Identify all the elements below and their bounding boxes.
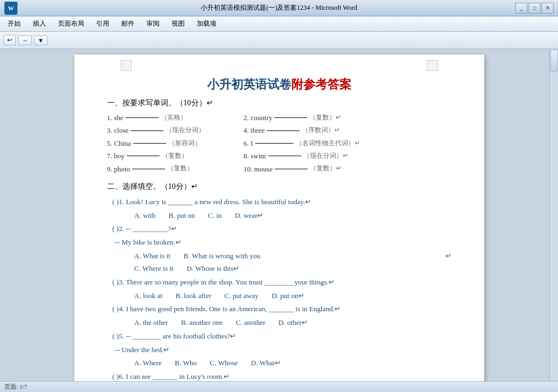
vocab-blank-2 <box>274 117 307 118</box>
q1-num: ( )1. Look! Lucy is _______ a new red dr… <box>113 198 312 206</box>
vocab-note-4: （序数词）↵ <box>302 124 340 136</box>
q2-options-row1: A. What is it B. What is wrong with you … <box>134 250 451 262</box>
q5-opt-c: C. Whose <box>210 357 238 369</box>
q3-opt-a: A. look at <box>134 289 163 302</box>
q2-spacer <box>273 250 432 262</box>
question-1: ( )1. Look! Lucy is _______ a new red dr… <box>113 195 451 209</box>
q5-options: A. Where B. Who C. Whose D. What↵ <box>134 357 451 369</box>
restore-button[interactable]: □ <box>528 3 541 14</box>
vocab-blank-8 <box>268 156 301 156</box>
vocab-num-3: 3. close <box>107 124 129 136</box>
vocab-item-6: 6. I （名词性物主代词）↵ <box>244 137 364 150</box>
vocab-num-7: 7. boy <box>107 150 125 162</box>
menu-review[interactable]: 审阅 <box>141 18 165 29</box>
vocab-item-8: 8. swim （现在分词）↵ <box>244 150 364 162</box>
toolbar-dropdown[interactable]: ▼ <box>34 35 48 45</box>
q3-text: ( )3. There are so many people in the sh… <box>113 278 335 286</box>
vocab-num-6: 6. I <box>244 137 253 150</box>
vocab-item-4: 4. three （序数词）↵ <box>244 124 364 136</box>
vocab-item-1: 1. she （宾格） <box>107 111 227 124</box>
vocab-blank-3 <box>131 130 163 131</box>
doc-title-area: 小升初英语试卷附参考答案 <box>107 76 451 93</box>
question-3: ( )3. There are so many people in the sh… <box>113 275 451 289</box>
question-4: ( )4. I have two good pen friends. One i… <box>113 302 451 316</box>
q2-text: ( )2. -- __________?↵ <box>113 224 178 233</box>
menu-start[interactable]: 开始 <box>2 18 26 29</box>
menu-mail[interactable]: 邮件 <box>116 18 140 29</box>
vocab-row-3: 5. China （形容词） 6. I （名词性物主代词）↵ <box>107 137 451 150</box>
vocab-row-4: 7. boy （复数） 8. swim （现在分词）↵ <box>107 150 451 162</box>
vocab-note-9: （复数） <box>167 163 193 175</box>
q1-opt-a: A. with <box>134 209 156 222</box>
q3-opt-d: D. put on↵ <box>272 289 304 302</box>
vocab-item-10: 10. mouse （复数）↵ <box>244 163 364 175</box>
question-5: ( )5. -- ________ are his football cloth… <box>113 329 451 343</box>
q2-opt-c: C. Where is it <box>134 262 174 275</box>
q1-options: A. with B. put on C. in D. wear↵ <box>134 209 451 222</box>
q2-subtext: -- My bike is broken.↵ <box>115 236 451 250</box>
q2-opt-b: B. What is wrong with you <box>184 250 261 262</box>
q4-opt-c: C. another <box>236 316 265 329</box>
vocab-note-8: （现在分词）↵ <box>303 150 348 162</box>
doc-title-red: 附参考答案 <box>291 78 351 91</box>
vocab-note-6: （名词性物主代词）↵ <box>296 138 360 150</box>
vocab-item-9: 9. photo （复数） <box>107 163 227 175</box>
question-2: ( )2. -- __________?↵ <box>113 222 451 236</box>
q1-opt-d: D. wear↵ <box>235 209 263 222</box>
menu-view[interactable]: 视图 <box>166 18 190 29</box>
vocab-num-1: 1. she <box>107 111 124 124</box>
q4-opt-d: D. other↵ <box>279 316 308 329</box>
menu-addins[interactable]: 加载项 <box>191 18 222 29</box>
vocab-row-1: 1. she （宾格） 2. country （复数）↵ <box>107 111 451 124</box>
q5-opt-b: B. Who <box>175 357 197 369</box>
close-button[interactable]: ✕ <box>542 3 554 14</box>
q3-opt-c: C. put away <box>224 289 258 302</box>
main-area: 小升初英语试卷附参考答案 一、按要求写单词。（10分）↵ 1. she （宾格）… <box>0 49 558 381</box>
q4-text: ( )4. I have two good pen friends. One i… <box>113 305 341 313</box>
q4-opt-b: B. another one <box>181 316 222 329</box>
q5-opt-d: D. What↵ <box>251 357 281 369</box>
vocab-row-2: 3. close （现在分词） 4. three （序数词）↵ <box>107 124 451 136</box>
vocab-item-2: 2. country （复数）↵ <box>244 111 364 124</box>
vocab-item-7: 7. boy （复数） <box>107 150 227 162</box>
vocab-item-3: 3. close （现在分词） <box>107 124 227 136</box>
q5-opt-a: A. Where <box>134 357 162 369</box>
undo-button[interactable]: ↩ <box>3 35 16 45</box>
q4-opt-a: A. the other <box>134 316 168 329</box>
q3-options: A. look at B. look after C. put away D. … <box>134 289 451 302</box>
doc-title-black: 小升初英语试卷 <box>207 78 291 91</box>
q2-options-row2: C. Where is it D. Whose is this↵ <box>134 262 451 275</box>
vocab-num-4: 4. three <box>244 124 265 136</box>
title-bar-controls: _ □ ✕ <box>515 3 554 14</box>
page-marker-top-right <box>427 60 438 71</box>
scrollbar-track[interactable] <box>549 49 558 381</box>
menu-reference[interactable]: 引用 <box>91 18 115 29</box>
minimize-button[interactable]: _ <box>515 3 527 14</box>
vocab-num-2: 2. country <box>244 111 273 124</box>
vocab-blank-6 <box>255 143 293 144</box>
page-marker-top-left <box>121 60 132 71</box>
word-page: 小升初英语试卷附参考答案 一、按要求写单词。（10分）↵ 1. she （宾格）… <box>74 55 484 381</box>
q4-options: A. the other B. another one C. another D… <box>134 316 451 329</box>
vocab-blank-1 <box>126 117 158 118</box>
vocab-num-9: 9. photo <box>107 163 131 175</box>
vocab-row-5: 9. photo （复数） 10. mouse （复数）↵ <box>107 163 451 175</box>
scrollbar-thumb[interactable] <box>550 50 558 72</box>
q5-text: ( )5. -- ________ are his football cloth… <box>113 332 237 340</box>
title-bar-left: W <box>4 2 17 15</box>
menu-insert[interactable]: 插入 <box>27 18 51 29</box>
vocab-blank-4 <box>267 130 299 131</box>
vocab-note-10: （复数）↵ <box>310 163 342 175</box>
word-app-icon: W <box>4 2 17 15</box>
vocab-note-7: （复数） <box>162 150 188 162</box>
vocab-blank-9 <box>132 169 165 169</box>
vocab-note-3: （现在分词） <box>166 124 205 136</box>
title-bar: W 小升初英语模拟测试题(一)及答案1234 - Microsoft Word … <box>0 0 558 16</box>
vocab-note-5: （形容词） <box>168 138 201 150</box>
redo-button[interactable]: → <box>18 35 32 45</box>
vocab-num-5: 5. China <box>107 137 131 150</box>
vocab-num-8: 8. swim <box>244 150 266 162</box>
q2-opt-a: A. What is it <box>134 250 171 262</box>
question-6: ( )6. I can see _______ in Lucy's room.↵ <box>113 370 451 381</box>
menu-layout[interactable]: 页面布局 <box>52 18 90 29</box>
